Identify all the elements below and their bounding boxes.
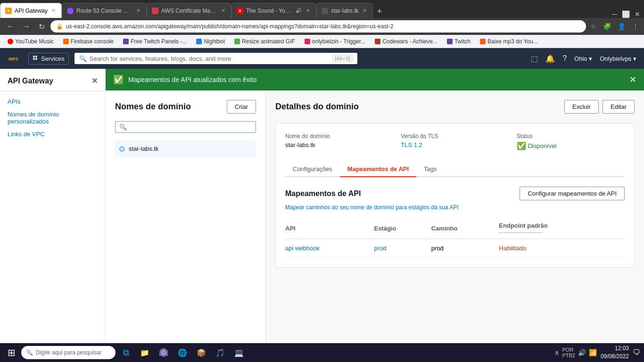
editar-button[interactable]: Editar: [603, 100, 635, 114]
left-panel-header: Nomes de domínio Criar: [115, 100, 256, 114]
sidebar-item-domain-names-label: Nomes de domínio personalizados: [8, 111, 59, 125]
bookmark-icon[interactable]: ☆: [589, 21, 598, 32]
aws-bell-icon[interactable]: 🔔: [545, 54, 555, 63]
tab-favicon-4: [237, 8, 243, 14]
minimize-icon[interactable]: ─: [612, 10, 617, 18]
sidebar-title-area: API Gateway ✕: [0, 76, 105, 91]
tab-tags[interactable]: Tags: [416, 162, 444, 177]
new-tab-button[interactable]: +: [373, 5, 386, 18]
tab-favicon-1: A: [5, 8, 12, 14]
aws-search-bar[interactable]: 🔍 Search for services, features, blogs, …: [74, 53, 357, 64]
svg-rect-4: [33, 56, 35, 58]
menu-icon[interactable]: ⋮: [631, 21, 640, 32]
taskbar-app-edge[interactable]: 🌐: [174, 344, 191, 361]
profile-icon[interactable]: 👤: [616, 21, 627, 32]
sidebar-item-vpc-links[interactable]: Links de VPC: [0, 128, 105, 140]
sidebar-title-text: API Gateway: [8, 77, 53, 85]
excluir-button[interactable]: Excluir: [564, 100, 599, 114]
services-label: Services: [41, 55, 65, 62]
search-magnifier-icon: 🔍: [79, 55, 87, 62]
bookmark-favicon-codewars: [375, 39, 380, 44]
bookmark-nightbot[interactable]: Nightbot: [192, 37, 229, 46]
bookmark-twitch[interactable]: Twitch: [443, 37, 474, 46]
forward-button[interactable]: →: [20, 20, 33, 33]
taskbar-app-chrome[interactable]: [155, 344, 172, 361]
close-icon[interactable]: ✕: [635, 10, 640, 18]
bookmark-favicon-twitch-panels: [123, 39, 129, 44]
taskbar-clock[interactable]: 12:03 09/08/2022: [601, 345, 629, 361]
extensions-icon[interactable]: 🧩: [602, 21, 612, 32]
back-button[interactable]: ←: [4, 20, 17, 33]
bookmark-label-resize-gif: Resize animated GIF: [242, 38, 295, 45]
success-close-button[interactable]: ✕: [629, 74, 636, 85]
tab-close-1[interactable]: ✕: [50, 8, 57, 14]
tab-mapeamentos[interactable]: Mapeamentos de API: [340, 162, 416, 177]
cell-estagio[interactable]: prod: [374, 245, 386, 252]
tab-youtube[interactable]: The Sound - YouTube M... 🔊 ✕: [231, 3, 316, 18]
bookmark-label-twitch-panels: Free Twitch Panels -...: [131, 38, 187, 45]
mappings-table: API Estágio Caminho End: [285, 218, 625, 258]
bookmark-twitch-panels[interactable]: Free Twitch Panels -...: [119, 37, 190, 46]
start-button[interactable]: ⊞: [4, 345, 19, 360]
bookmark-youtube-music[interactable]: YouTube Music: [4, 37, 58, 46]
tab-api-gateway[interactable]: A API Gateway ✕: [0, 3, 62, 18]
aws-square-icon[interactable]: ⬚: [531, 54, 538, 63]
left-panel: Nomes de domínio Criar 🔍 ⊙ star-labs.tk: [106, 90, 266, 361]
cell-api[interactable]: api webhook: [285, 245, 320, 252]
domain-search-box[interactable]: 🔍: [115, 121, 256, 133]
tray-network[interactable]: 📶: [589, 349, 597, 356]
configure-mappings-button[interactable]: Configurar mapeamentos de API: [520, 187, 625, 200]
tray-volume[interactable]: 🔊: [578, 349, 586, 356]
sidebar-close-button[interactable]: ✕: [91, 76, 98, 85]
criar-button[interactable]: Criar: [227, 100, 256, 114]
taskbar-app-file-explorer[interactable]: 📁: [136, 344, 153, 361]
api-mappings-description: Mapear caminhos do seu nome de domínio p…: [285, 204, 625, 211]
tab-title-3: AWS Certificate Manager: [161, 8, 217, 14]
tab-close-4[interactable]: ✕: [305, 8, 311, 14]
domain-item-starlabs[interactable]: ⊙ star-labs.tk: [115, 140, 256, 157]
tray-up-arrow[interactable]: ∧: [554, 349, 559, 356]
tab-configuracoes[interactable]: Configurações: [285, 162, 340, 177]
aws-logo[interactable]: aws: [8, 54, 23, 63]
success-banner: ✅ Mapeamentos de API atualizados com êxi…: [106, 69, 644, 90]
cell-endpoint[interactable]: Habilitado: [499, 245, 526, 252]
aws-user-menu[interactable]: Onlybielvps ▾: [600, 55, 636, 62]
bookmark-favicon-resize-gif: [234, 39, 240, 44]
tab-title-5: star-labs.tk: [331, 8, 359, 14]
sidebar-item-domain-names[interactable]: Nomes de domínio personalizados: [0, 108, 105, 128]
sidebar-item-apis-label: APIs: [8, 98, 20, 105]
bookmark-firebase[interactable]: Firebase console: [59, 37, 117, 46]
tab-close-3[interactable]: ✕: [220, 8, 226, 14]
bookmark-resize-gif[interactable]: Resize animated GIF: [231, 37, 299, 46]
bookmark-baixe-mp3[interactable]: Baixe mp3 do You...: [476, 37, 542, 46]
sidebar-item-apis[interactable]: APIs: [0, 95, 105, 108]
tab-route53[interactable]: Route 53 Console Hosted Zo... ✕: [62, 3, 147, 18]
svg-point-10: [162, 351, 165, 354]
taskbar-app-app2[interactable]: 🎵: [212, 344, 229, 361]
tab-acm[interactable]: AWS Certificate Manager ✕: [147, 3, 231, 18]
tab-favicon-5: [322, 8, 328, 14]
reload-button[interactable]: ↻: [36, 20, 48, 33]
bookmark-onlybielzin[interactable]: onlybielzin - Trigger...: [301, 37, 369, 46]
maximize-icon[interactable]: ⬜: [622, 10, 630, 18]
domain-info-section: Nome do domínio star-labs.tk Versão do T…: [275, 123, 635, 268]
bookmark-label-onlybielzin: onlybielzin - Trigger...: [312, 38, 365, 45]
bookmark-codewars[interactable]: Codewars - Achieve...: [371, 37, 441, 46]
taskbar-app-task-view[interactable]: ⧉: [117, 344, 134, 361]
services-button[interactable]: Services: [28, 53, 69, 65]
tab-close-2[interactable]: ✕: [135, 8, 141, 14]
taskbar-search[interactable]: 🔍 Digite aqui para pesquisar: [21, 346, 116, 359]
sidebar: API Gateway ✕ APIs Nomes de domínio pers…: [0, 69, 106, 362]
address-bar[interactable]: 🔒 us-east-2.console.aws.amazon.com/apiga…: [50, 20, 586, 33]
tray-lang[interactable]: PORPTB2: [562, 347, 575, 358]
aws-region-selector[interactable]: Ohio ▾: [574, 55, 592, 62]
tab-starlabs[interactable]: star-labs.tk ✕: [316, 3, 373, 18]
aws-help-icon[interactable]: ?: [562, 54, 567, 63]
tab-close-5[interactable]: ✕: [362, 8, 368, 14]
bookmark-favicon-firebase: [63, 39, 69, 44]
domain-search-input[interactable]: [130, 123, 252, 131]
info-tls: Versão do TLS TLS 1.2: [401, 133, 509, 150]
taskbar-app-app3[interactable]: 💻: [231, 344, 248, 361]
notification-button[interactable]: 🗨: [633, 348, 640, 357]
taskbar-app-app1[interactable]: 📦: [193, 344, 210, 361]
